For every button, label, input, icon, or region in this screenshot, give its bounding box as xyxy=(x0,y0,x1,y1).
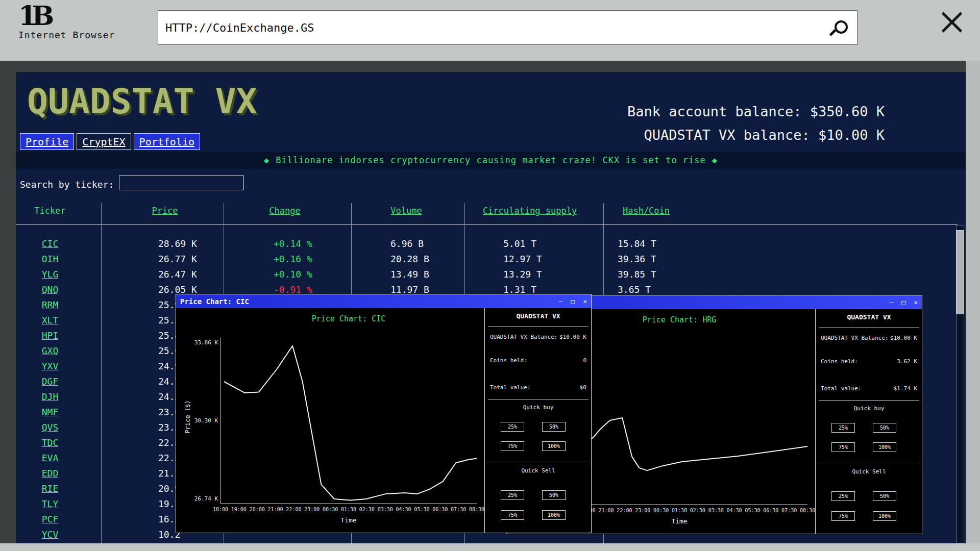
tab-cryptex[interactable]: CryptEX xyxy=(77,133,131,150)
ticker-link[interactable]: DGF xyxy=(16,374,84,389)
ticker-link[interactable]: QVS xyxy=(16,420,84,435)
quick-sell-75-button[interactable]: 75% xyxy=(501,510,524,520)
volume-cell: 13.49 B xyxy=(390,267,429,282)
x-tick-label: 04:30 xyxy=(727,508,742,513)
ticker-link[interactable]: CIC xyxy=(16,236,84,252)
ticker-link[interactable]: EVA xyxy=(16,450,84,466)
hashcoin-cell: 15.84 T xyxy=(618,236,656,252)
volume-cell: 20.28 B xyxy=(390,252,429,267)
column-header-supply[interactable]: Circulating supply xyxy=(483,206,577,216)
table-row: YLG26.47 K+0.10 %13.49 B13.29 T39.85 T xyxy=(16,267,958,282)
ticker-link[interactable]: XLT xyxy=(16,313,84,328)
window-close-icon[interactable]: × xyxy=(583,297,587,306)
x-tick-label: 00:30 xyxy=(653,508,669,513)
panel-info-label: Total value: xyxy=(490,384,530,391)
panel-info-row: Coins held:3.62 K xyxy=(821,358,917,365)
supply-cell: 5.01 T xyxy=(503,236,536,252)
table-row: OIH26.77 K+0.16 %20.28 B12.97 T39.36 T xyxy=(16,252,958,267)
panel-info-label: Coins held: xyxy=(821,358,858,365)
quick-sell-50-button[interactable]: 50% xyxy=(542,490,566,500)
ticker-link[interactable]: GXQ xyxy=(16,343,84,359)
quick-buy-25-button[interactable]: 25% xyxy=(831,423,855,433)
column-header-volume[interactable]: Volume xyxy=(390,206,422,216)
quick-buy-100-button[interactable]: 100% xyxy=(873,442,896,452)
search-icon[interactable] xyxy=(830,19,848,37)
hashcoin-cell: 39.36 T xyxy=(618,252,656,267)
window-maximize-icon[interactable]: □ xyxy=(901,298,905,307)
news-text: Billionare indorses cryptocurrency causi… xyxy=(276,155,706,165)
panel-divider xyxy=(819,463,919,463)
x-tick-label: 05:30 xyxy=(414,507,429,512)
ticker-search-input[interactable] xyxy=(119,176,244,190)
ticker-link[interactable]: TLY xyxy=(16,496,84,512)
x-tick-label: 08:30 xyxy=(469,507,484,512)
x-tick-label: 01:30 xyxy=(672,508,687,513)
ticker-link[interactable]: TDC xyxy=(16,435,84,450)
browser-logo-mark: 1B xyxy=(18,2,115,30)
quick-sell-25-button[interactable]: 25% xyxy=(831,491,855,501)
x-tick-label: 19:00 xyxy=(231,507,247,512)
ticker-link[interactable]: PCF xyxy=(16,512,84,527)
ticker-link[interactable]: RRM xyxy=(16,297,84,313)
x-tick-label: 05:30 xyxy=(745,508,760,513)
ticker-link[interactable]: YXV xyxy=(16,359,84,374)
panel-title: QUADSTAT VX xyxy=(485,312,592,320)
ticker-link[interactable]: DJH xyxy=(16,389,84,405)
window-minimize-icon[interactable]: — xyxy=(890,298,894,307)
column-header-price[interactable]: Price xyxy=(152,206,178,216)
scrollbar-thumb[interactable] xyxy=(956,230,964,314)
column-header-hashcoin[interactable]: Hash/Coin xyxy=(623,206,670,216)
quick-buy-75-button[interactable]: 75% xyxy=(501,441,524,451)
quick-sell-75-button[interactable]: 75% xyxy=(831,511,855,521)
quick-buy-100-button[interactable]: 100% xyxy=(542,441,566,451)
quick-sell-100-button[interactable]: 100% xyxy=(873,511,896,521)
quick-buy-50-button[interactable]: 50% xyxy=(873,423,896,433)
search-icon-handle xyxy=(829,29,836,36)
window-minimize-icon[interactable]: — xyxy=(559,297,563,306)
quick-sell-50-button[interactable]: 50% xyxy=(873,491,896,501)
panel-info-value: 3.62 K xyxy=(897,358,917,365)
window-close-icon[interactable]: × xyxy=(914,298,918,307)
url-input[interactable] xyxy=(158,11,857,44)
ticker-link[interactable]: YLG xyxy=(16,267,84,282)
price-cell: 26.77 K xyxy=(158,252,197,267)
x-tick-label: 22:00 xyxy=(286,507,301,512)
tab-portfolio[interactable]: Portfolio xyxy=(134,133,200,150)
x-tick-label: 02:30 xyxy=(690,508,705,513)
window-maximize-icon[interactable]: □ xyxy=(571,297,575,306)
price-cell: 28.69 K xyxy=(158,236,197,252)
quick-buy-75-button[interactable]: 75% xyxy=(831,442,855,452)
y-tick-label: 26.74 K xyxy=(177,495,218,502)
browser-logo: 1B Internet Browser xyxy=(18,2,115,40)
ticker-link[interactable]: YCV xyxy=(16,527,84,542)
price-chart-window: Price Chart: CIC—□×Price Chart: CICPrice… xyxy=(176,294,592,533)
change-cell: +0.16 % xyxy=(274,252,312,267)
change-cell: +0.10 % xyxy=(274,267,312,282)
volume-cell: 6.96 B xyxy=(390,236,424,252)
quick-buy-50-button[interactable]: 50% xyxy=(542,422,566,432)
quick-sell-label: Quick Sell xyxy=(485,467,592,474)
tab-profile[interactable]: Profile xyxy=(20,133,74,150)
supply-cell: 12.97 T xyxy=(503,252,542,267)
window-titlebar[interactable]: Price Chart: CIC—□× xyxy=(176,294,591,308)
exchange-page: QUADSTAT VX Bank account balance: $350.6… xyxy=(16,72,966,543)
quick-sell-100-button[interactable]: 100% xyxy=(542,510,566,520)
panel-divider xyxy=(488,399,589,399)
column-header-change[interactable]: Change xyxy=(269,206,300,216)
panel-info-row: Total value:$1.74 K xyxy=(821,385,917,392)
ticker-link[interactable]: QNQ xyxy=(16,282,84,297)
ticker-link[interactable]: HPI xyxy=(16,328,84,343)
ticker-link[interactable]: EDD xyxy=(16,466,84,481)
x-tick-label: 20:00 xyxy=(250,507,265,512)
tab-bar: Profile CryptEX Portfolio xyxy=(20,133,200,150)
quick-buy-25-button[interactable]: 25% xyxy=(501,422,524,432)
price-cell: 26.47 K xyxy=(158,267,197,282)
browser-close-icon[interactable] xyxy=(937,7,967,37)
panel-divider xyxy=(488,327,589,327)
ticker-link[interactable]: NMF xyxy=(16,405,84,420)
quick-sell-25-button[interactable]: 25% xyxy=(501,490,524,500)
ticker-link[interactable]: OIH xyxy=(16,252,84,267)
panel-info-value: $1.74 K xyxy=(894,385,917,392)
browser-logo-label: Internet Browser xyxy=(18,30,115,40)
ticker-link[interactable]: RIE xyxy=(16,481,84,496)
